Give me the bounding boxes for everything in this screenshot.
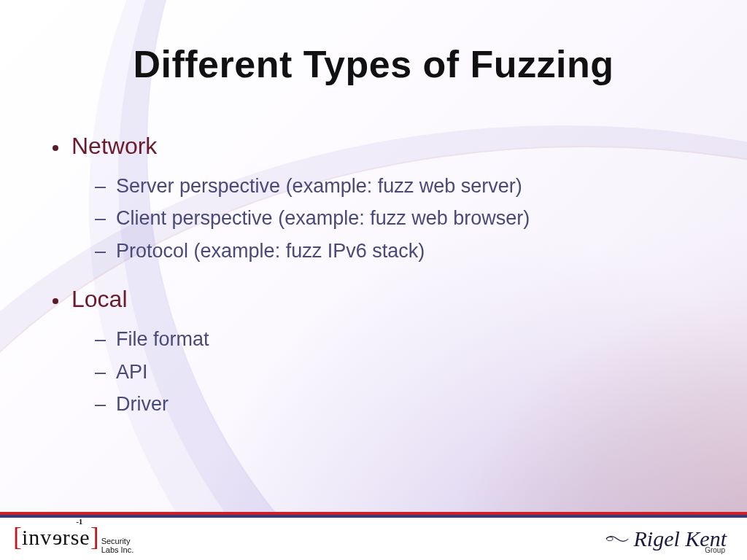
level1-heading: Local	[71, 283, 128, 316]
bullet-list-level1: Network –Server perspective (example: fu…	[53, 130, 703, 421]
dash-icon: –	[95, 170, 106, 203]
list-item: Local –File format –API –Driver	[53, 283, 703, 420]
dash-icon: –	[95, 202, 106, 235]
list-item: –Client perspective (example: fuzz web b…	[95, 202, 703, 235]
inverse-logo: [ inverse ] -1 Security Labs Inc.	[13, 521, 133, 556]
list-item: –File format	[95, 323, 703, 356]
logo-group-text: Group	[705, 546, 725, 554]
list-item: Network –Server perspective (example: fu…	[53, 130, 703, 267]
level2-text: Protocol (example: fuzz IPv6 stack)	[116, 235, 425, 268]
list-item: –API	[95, 356, 703, 389]
logo-subtitle: Security Labs Inc.	[101, 537, 134, 554]
bullet-list-level2: –Server perspective (example: fuzz web s…	[95, 170, 703, 268]
svg-point-0	[606, 537, 613, 540]
bullet-list-level2: –File format –API –Driver	[95, 323, 703, 421]
footer-bar: [ inverse ] -1 Security Labs Inc. Rigel …	[0, 515, 747, 560]
dash-icon: –	[95, 356, 106, 389]
level1-row: Network	[53, 130, 703, 163]
dash-icon: –	[95, 235, 106, 268]
slide-title: Different Types of Fuzzing	[0, 42, 747, 86]
logo-word-post: rse	[63, 525, 90, 549]
list-item: –Server perspective (example: fuzz web s…	[95, 170, 703, 203]
logo-exponent: -1	[76, 517, 82, 526]
dash-icon: –	[95, 323, 106, 356]
bullet-icon	[53, 145, 58, 151]
logo-word-flip: e	[52, 525, 62, 550]
logo-word: inverse	[22, 525, 90, 550]
swirl-icon	[605, 532, 630, 545]
level1-heading: Network	[71, 130, 157, 163]
level2-text: File format	[116, 323, 209, 356]
slide-content: Network –Server perspective (example: fu…	[53, 130, 703, 437]
logo-sub-line2: Labs Inc.	[101, 546, 134, 555]
list-item: –Driver	[95, 388, 703, 421]
rigel-kent-logo: Rigel Kent Group	[605, 526, 727, 551]
list-item: –Protocol (example: fuzz IPv6 stack)	[95, 235, 703, 268]
bracket-close-icon: ]	[90, 521, 99, 552]
logo-word-pre: inv	[22, 525, 52, 549]
bracket-open-icon: [	[13, 521, 22, 552]
level2-text: Client perspective (example: fuzz web br…	[116, 202, 530, 235]
dash-icon: –	[95, 388, 106, 421]
level2-text: Server perspective (example: fuzz web se…	[116, 170, 522, 203]
level2-text: API	[116, 356, 148, 389]
level1-row: Local	[53, 283, 703, 316]
level2-text: Driver	[116, 388, 169, 421]
slide: Different Types of Fuzzing Network –Serv…	[0, 0, 747, 560]
bullet-icon	[53, 298, 58, 304]
